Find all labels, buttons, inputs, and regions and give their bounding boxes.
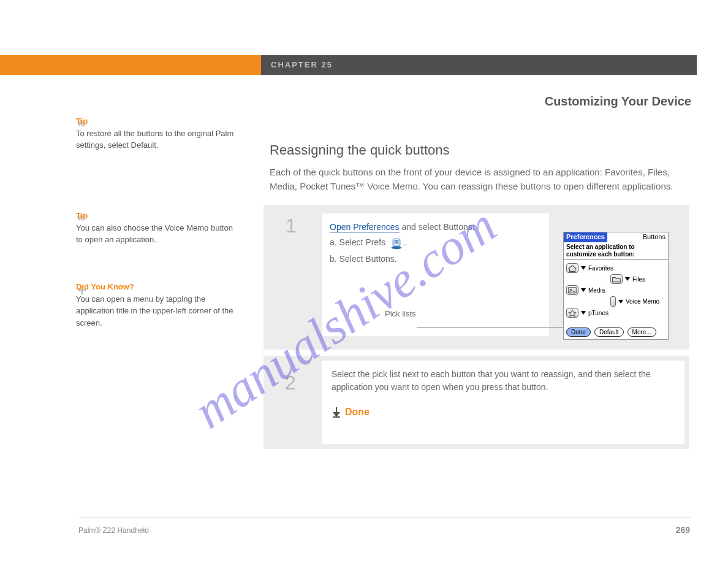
pick-lists-callout: Pick lists (385, 309, 416, 318)
section-heading: Reassigning the quick buttons (270, 142, 450, 158)
footer-product: Palm® Z22 Handheld (78, 526, 149, 535)
tip-1: Tip To restore all the buttons to the or… (76, 115, 235, 151)
svg-rect-3 (395, 243, 399, 244)
chapter-label: CHAPTER 25 (271, 60, 333, 69)
done-button[interactable]: Done (566, 327, 591, 337)
svg-rect-2 (395, 240, 399, 242)
row-label: Voice Memo (626, 298, 659, 305)
chevron-down-icon (581, 266, 586, 270)
folder-icon (610, 274, 623, 284)
section-title: Customizing Your Device (545, 94, 691, 109)
step2-text: Select the pick list next to each button… (332, 368, 675, 394)
row-ptunes: pTunes (566, 308, 665, 318)
row-label: Media (588, 287, 605, 294)
open-preferences-link[interactable]: Open Preferences (330, 222, 400, 232)
row-favorites: Favorites (566, 263, 665, 273)
section-intro: Each of the quick buttons on the front o… (270, 166, 686, 193)
star-outline-icon (566, 308, 578, 318)
preferences-screenshot: Preferences Buttons Select an applicatio… (563, 232, 669, 340)
screenshot-title: Preferences (564, 232, 607, 242)
done-arrow-icon (332, 407, 341, 417)
home-icon (566, 263, 578, 273)
header-bars (0, 55, 697, 75)
open-prefs-rest: and select Buttons: (402, 222, 475, 232)
row-label: Favorites (588, 265, 613, 272)
side-button-icon (610, 296, 616, 307)
row-voice: Voice Memo (566, 296, 665, 307)
orange-bar (0, 55, 261, 75)
step-1-body: Open Preferences and select Buttons: a. … (322, 213, 549, 336)
svg-point-0 (392, 246, 402, 249)
done-label: Done (345, 405, 370, 419)
step1-line-b: b. Select Buttons. (330, 254, 542, 264)
screenshot-category: Buttons (607, 232, 668, 242)
didyou-body: You can open a menu by tapping the appli… (76, 294, 233, 327)
screenshot-buttons: Done Default More... (566, 327, 665, 337)
row-label: Files (632, 276, 645, 283)
did-you-know: Did You Know? You can open a menu by tap… (76, 281, 235, 329)
tip-body: You can also choose the Voice Memo butto… (76, 223, 233, 245)
screenshot-rows: Favorites Files Media Voice Memo pTunes (564, 260, 668, 318)
tip-label: Tip (76, 211, 88, 220)
footer-rule (78, 518, 691, 518)
row-media: Media (566, 285, 665, 295)
row-files: Files (566, 274, 665, 284)
row-label: pTunes (588, 310, 609, 316)
step1-line-a: a. Select Prefs (330, 237, 385, 247)
chevron-down-icon (581, 288, 586, 292)
picture-icon (566, 285, 578, 295)
prefs-icon (390, 237, 403, 248)
tip-label: Tip (76, 117, 88, 126)
screenshot-subtitle: Select an application to customize each … (564, 242, 668, 260)
more-button[interactable]: More... (628, 327, 656, 337)
step-2-panel: 2 Select the pick list next to each butt… (264, 356, 689, 449)
chevron-down-icon (581, 311, 586, 315)
tip-body: To restore all the buttons to the origin… (76, 129, 233, 150)
chevron-down-icon (618, 300, 623, 304)
step-1-panel: 1 Open Preferences and select Buttons: a… (264, 205, 689, 350)
didyou-label: Did You Know? (76, 282, 134, 291)
page-number: 269 (676, 525, 690, 535)
svg-point-5 (570, 289, 572, 291)
step-number-2: 2 (285, 368, 296, 397)
chevron-down-icon (625, 277, 630, 281)
step-number-1: 1 (286, 215, 297, 237)
default-button[interactable]: Default (594, 327, 624, 337)
svg-rect-1 (393, 239, 400, 247)
screenshot-titlebar: Preferences Buttons (564, 232, 668, 242)
tip-2: Tip You can also choose the Voice Memo b… (76, 210, 235, 246)
